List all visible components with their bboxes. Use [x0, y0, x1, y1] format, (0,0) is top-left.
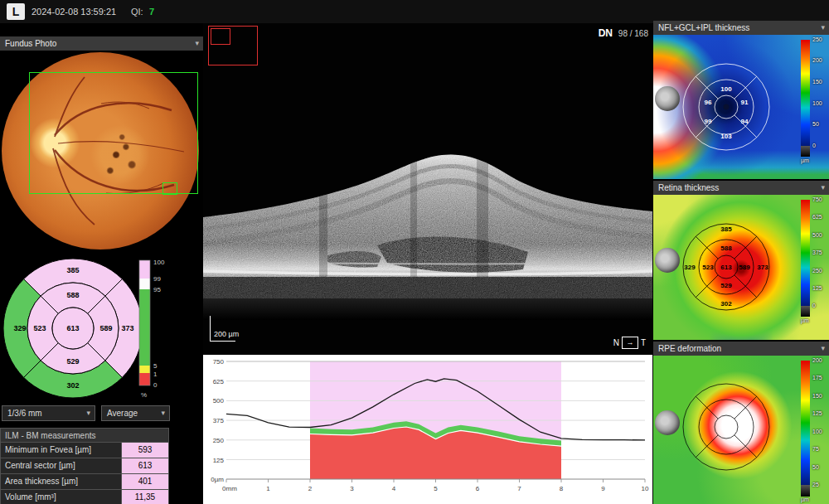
- nfl-gcl-ipl-thickness-map: 100 96 91 99 94 103 250 200 150 100 50 0…: [653, 35, 829, 179]
- x-axis-labels: 0mm 1 2 3 4 5 6 7 8 9 10: [222, 485, 649, 492]
- panel-title: Retina thickness: [658, 183, 719, 192]
- etdrs-inner-left: 523: [33, 324, 46, 332]
- panel-header-rpe-deformation[interactable]: RPE deformation ▾: [653, 342, 829, 356]
- measurements-table-header: ILM - BM measurements: [0, 428, 169, 443]
- measurements-table: ILM - BM measurements Minimum in Fovea […: [0, 428, 169, 504]
- grid-size-value: 1/3/6 mm: [7, 409, 42, 418]
- svg-text:250: 250: [213, 437, 225, 444]
- svg-text:375: 375: [213, 417, 225, 424]
- oct-application-window: L 2024-02-08 13:59:21 QI: 7 Fundus Photo…: [0, 0, 829, 504]
- laterality-indicator: DN: [599, 27, 613, 39]
- fundus-scan-roi: [29, 72, 198, 194]
- color-scale: [801, 40, 810, 146]
- chevron-down-icon: ▾: [821, 21, 825, 35]
- stat-mode-dropdown[interactable]: Average ▾: [101, 405, 170, 421]
- etdrs-inner-bottom: 529: [66, 357, 79, 366]
- row-label: Area thickness [µm]: [1, 474, 121, 489]
- scale-label: 50: [812, 464, 819, 470]
- panel-header-retina-thickness[interactable]: Retina thickness ▾: [653, 181, 829, 195]
- svg-text:3: 3: [350, 485, 354, 492]
- table-row: Volume [mm³] 11,35: [0, 490, 169, 504]
- svg-text:500: 500: [213, 397, 225, 405]
- svg-text:1: 1: [266, 485, 270, 492]
- svg-text:9: 9: [601, 485, 605, 492]
- scale-label: 750: [812, 196, 822, 202]
- etdrs-inner-right: 589: [99, 324, 112, 332]
- scale-label: 625: [812, 214, 822, 220]
- svg-text:750: 750: [213, 358, 225, 366]
- color-scale: [801, 200, 810, 306]
- sector-value-lower-left: 99: [705, 118, 712, 125]
- bscan-position-marker: [211, 28, 230, 45]
- scale-unit: µm: [801, 158, 809, 163]
- scale-label: 250: [812, 36, 822, 42]
- scale-label: 175: [812, 375, 822, 380]
- etdrs-outer-right: 373: [121, 324, 133, 332]
- scale-label: 100: [812, 100, 822, 106]
- table-row: Area thickness [µm] 401: [0, 474, 169, 490]
- fundus-roi-marker: [162, 182, 177, 195]
- svg-text:125: 125: [213, 457, 225, 464]
- bscan-position-minimap[interactable]: [208, 26, 258, 65]
- scale-label: 1: [153, 371, 158, 378]
- row-value: 401: [121, 474, 168, 489]
- scale-label: 200: [812, 357, 822, 363]
- frame-counter: 98 / 168: [618, 29, 648, 38]
- color-scale-low: [801, 485, 810, 497]
- row-value: 613: [121, 458, 168, 473]
- percentile-scale: 100 99 95 5 1 0 %: [139, 259, 165, 399]
- fundus-panel-header[interactable]: Fundus Photo ▾: [0, 36, 203, 51]
- etdrs-center: 613: [66, 324, 79, 332]
- chevron-down-icon: ▾: [821, 342, 825, 356]
- stat-mode-value: Average: [107, 409, 138, 418]
- row-value: 11,35: [121, 490, 168, 504]
- scale-label: 25: [812, 482, 819, 487]
- row-label: Minimum in Fovea [µm]: [1, 443, 121, 458]
- top-bar: L 2024-02-08 13:59:21 QI: 7: [0, 0, 829, 23]
- scale-label: 0: [153, 381, 158, 389]
- fundus-photo[interactable]: [0, 51, 203, 250]
- svg-text:2: 2: [308, 485, 313, 492]
- scale-label: 150: [812, 79, 822, 85]
- scale-label: 125: [812, 285, 822, 291]
- color-scale-low: [801, 146, 810, 157]
- scale-label: 75: [812, 446, 819, 452]
- scale-label: 50: [812, 121, 819, 127]
- sector-value-inner-top: 588: [720, 245, 732, 252]
- sector-value-top: 100: [720, 85, 732, 93]
- etdrs-outer-top: 385: [66, 266, 79, 274]
- etdrs-outer-left: 329: [13, 324, 26, 332]
- table-row: Minimum in Fovea [µm] 593: [0, 443, 169, 458]
- row-label: Central sector [µm]: [1, 458, 121, 473]
- sector-value-outer-left: 329: [684, 264, 696, 271]
- scale-label: 0: [812, 143, 816, 148]
- sector-value-inner-right: 589: [739, 264, 750, 271]
- scale-label: 250: [812, 268, 822, 274]
- scale-label: 5: [153, 362, 158, 370]
- scan-datetime: 2024-02-08 13:59:21: [32, 0, 116, 23]
- sector-value-outer-right: 373: [757, 264, 768, 271]
- grid-size-dropdown[interactable]: 1/3/6 mm ▾: [2, 405, 95, 421]
- scale-bar-label: 200 µm: [214, 330, 239, 338]
- chevron-down-icon: ▾: [161, 406, 165, 420]
- chevron-down-icon: ▾: [86, 406, 90, 420]
- x-ticks: [226, 479, 645, 482]
- scale-label: 150: [812, 393, 822, 399]
- scale-label: 100: [812, 429, 822, 434]
- panel-title: RPE deformation: [658, 344, 721, 353]
- scale-label: 99: [153, 275, 161, 283]
- chevron-down-icon: ▾: [821, 181, 825, 195]
- sector-value-upper-left: 96: [705, 99, 712, 106]
- panel-title: NFL+GCL+IPL thickness: [658, 23, 749, 32]
- sector-value-upper-right: 91: [741, 99, 749, 106]
- oct-bscan-viewer[interactable]: DN 98 / 168 200 µm N → T: [203, 23, 652, 355]
- svg-text:4: 4: [392, 485, 396, 492]
- table-row: Central sector [µm] 613: [0, 458, 169, 474]
- svg-text:10: 10: [642, 485, 649, 492]
- scale-label: 200: [812, 57, 822, 63]
- panel-header-nfl-gcl-ipl[interactable]: NFL+GCL+IPL thickness ▾: [653, 21, 829, 35]
- color-scale: [801, 361, 810, 485]
- sector-value-bottom: 103: [720, 133, 732, 140]
- svg-text:5: 5: [434, 485, 438, 492]
- etdrs-grid-chart: 385 588 329 523 613 589 373 529 302 100 …: [0, 255, 203, 401]
